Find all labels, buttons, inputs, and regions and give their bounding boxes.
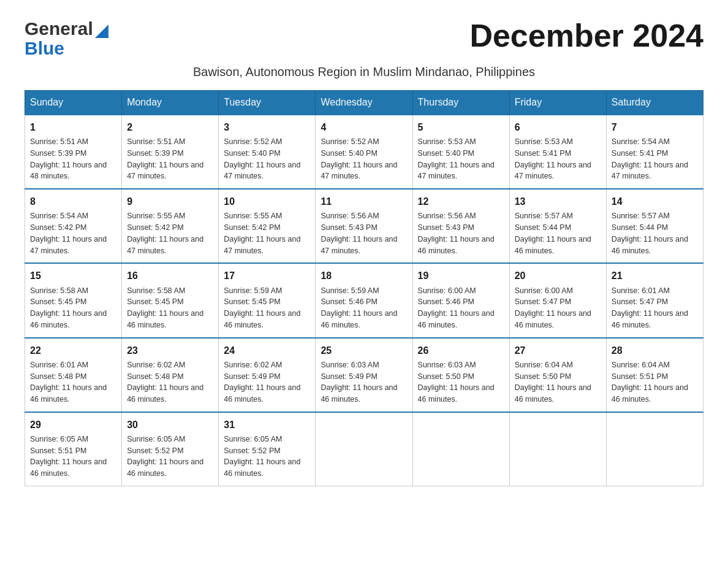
day-info: Sunrise: 6:01 AMSunset: 5:47 PMDaylight:… [612,285,698,331]
calendar-day-cell [606,412,703,486]
day-info: Sunrise: 5:51 AMSunset: 5:39 PMDaylight:… [30,136,116,182]
day-number: 28 [612,343,698,358]
day-number: 25 [320,343,407,358]
day-info: Sunrise: 6:00 AMSunset: 5:46 PMDaylight:… [418,285,504,331]
calendar-week-row: 8Sunrise: 5:54 AMSunset: 5:42 PMDaylight… [25,189,703,263]
day-number: 12 [418,194,504,209]
day-info: Sunrise: 6:03 AMSunset: 5:49 PMDaylight:… [320,359,407,405]
logo: General Blue [25,18,108,59]
day-number: 26 [418,343,504,358]
calendar-day-cell: 23Sunrise: 6:02 AMSunset: 5:48 PMDayligh… [122,338,219,412]
calendar-day-cell: 10Sunrise: 5:55 AMSunset: 5:42 PMDayligh… [219,189,316,263]
day-number: 18 [320,269,407,283]
svg-marker-0 [95,25,108,38]
logo-blue-text: Blue [25,38,64,59]
calendar-header-wednesday: Wednesday [316,91,412,115]
calendar-day-cell [509,412,606,486]
calendar-day-cell: 4Sunrise: 5:52 AMSunset: 5:40 PMDaylight… [316,115,412,189]
calendar-day-cell: 3Sunrise: 5:52 AMSunset: 5:40 PMDaylight… [219,115,316,189]
day-number: 4 [320,120,407,134]
calendar-day-cell: 22Sunrise: 6:01 AMSunset: 5:48 PMDayligh… [25,338,122,412]
day-number: 27 [515,343,601,358]
calendar-day-cell: 7Sunrise: 5:54 AMSunset: 5:41 PMDaylight… [606,115,703,189]
day-number: 21 [612,269,698,283]
day-number: 30 [127,418,213,432]
day-number: 2 [127,120,213,134]
day-info: Sunrise: 5:57 AMSunset: 5:44 PMDaylight:… [612,210,698,256]
calendar-header-thursday: Thursday [412,91,509,115]
day-number: 23 [127,343,213,358]
day-number: 11 [320,194,407,209]
day-info: Sunrise: 5:54 AMSunset: 5:41 PMDaylight:… [612,136,698,182]
page-title: December 2024 [469,18,703,53]
calendar-week-row: 22Sunrise: 6:01 AMSunset: 5:48 PMDayligh… [25,338,703,412]
calendar-table: SundayMondayTuesdayWednesdayThursdayFrid… [25,90,703,486]
calendar-day-cell: 18Sunrise: 5:59 AMSunset: 5:46 PMDayligh… [316,263,412,337]
calendar-header-sunday: Sunday [25,91,122,115]
calendar-day-cell: 11Sunrise: 5:56 AMSunset: 5:43 PMDayligh… [316,189,412,263]
calendar-day-cell: 29Sunrise: 6:05 AMSunset: 5:51 PMDayligh… [25,412,122,486]
calendar-day-cell: 25Sunrise: 6:03 AMSunset: 5:49 PMDayligh… [316,338,412,412]
calendar-day-cell: 9Sunrise: 5:55 AMSunset: 5:42 PMDaylight… [122,189,219,263]
day-info: Sunrise: 5:52 AMSunset: 5:40 PMDaylight:… [320,136,407,182]
day-info: Sunrise: 5:51 AMSunset: 5:39 PMDaylight:… [127,136,213,182]
calendar-day-cell: 26Sunrise: 6:03 AMSunset: 5:50 PMDayligh… [412,338,509,412]
calendar-day-cell: 20Sunrise: 6:00 AMSunset: 5:47 PMDayligh… [509,263,606,337]
calendar-week-row: 29Sunrise: 6:05 AMSunset: 5:51 PMDayligh… [25,412,703,486]
calendar-day-cell: 14Sunrise: 5:57 AMSunset: 5:44 PMDayligh… [606,189,703,263]
day-number: 8 [30,194,116,209]
day-number: 31 [224,418,310,432]
day-info: Sunrise: 6:05 AMSunset: 5:52 PMDaylight:… [224,434,310,480]
day-info: Sunrise: 5:57 AMSunset: 5:44 PMDaylight:… [515,210,601,256]
day-number: 20 [515,269,601,283]
day-number: 9 [127,194,213,209]
calendar-day-cell: 13Sunrise: 5:57 AMSunset: 5:44 PMDayligh… [509,189,606,263]
calendar-week-row: 15Sunrise: 5:58 AMSunset: 5:45 PMDayligh… [25,263,703,337]
calendar-day-cell: 28Sunrise: 6:04 AMSunset: 5:51 PMDayligh… [606,338,703,412]
calendar-day-cell: 5Sunrise: 5:53 AMSunset: 5:40 PMDaylight… [412,115,509,189]
day-info: Sunrise: 6:00 AMSunset: 5:47 PMDaylight:… [515,285,601,331]
day-info: Sunrise: 5:59 AMSunset: 5:45 PMDaylight:… [224,285,310,331]
calendar-day-cell: 27Sunrise: 6:04 AMSunset: 5:50 PMDayligh… [509,338,606,412]
logo-general-text: General [25,18,93,39]
day-info: Sunrise: 5:54 AMSunset: 5:42 PMDaylight:… [30,210,116,256]
day-info: Sunrise: 5:52 AMSunset: 5:40 PMDaylight:… [224,136,310,182]
page-subtitle: Bawison, Autonomous Region in Muslim Min… [25,65,703,79]
day-number: 5 [418,120,504,134]
day-number: 1 [30,120,116,134]
calendar-day-cell: 6Sunrise: 5:53 AMSunset: 5:41 PMDaylight… [509,115,606,189]
day-number: 15 [30,269,116,283]
calendar-day-cell: 17Sunrise: 5:59 AMSunset: 5:45 PMDayligh… [219,263,316,337]
calendar-header-friday: Friday [509,91,606,115]
day-info: Sunrise: 6:05 AMSunset: 5:52 PMDaylight:… [127,434,213,480]
page-header: General Blue December 2024 [25,18,703,59]
day-info: Sunrise: 6:02 AMSunset: 5:48 PMDaylight:… [127,359,213,405]
calendar-day-cell: 24Sunrise: 6:02 AMSunset: 5:49 PMDayligh… [219,338,316,412]
day-info: Sunrise: 6:04 AMSunset: 5:50 PMDaylight:… [515,359,601,405]
day-number: 6 [515,120,601,134]
day-number: 24 [224,343,310,358]
day-number: 16 [127,269,213,283]
day-info: Sunrise: 5:53 AMSunset: 5:40 PMDaylight:… [418,136,504,182]
day-number: 3 [224,120,310,134]
day-info: Sunrise: 5:55 AMSunset: 5:42 PMDaylight:… [127,210,213,256]
day-info: Sunrise: 6:02 AMSunset: 5:49 PMDaylight:… [224,359,310,405]
logo-triangle-icon [95,25,108,38]
calendar-day-cell: 31Sunrise: 6:05 AMSunset: 5:52 PMDayligh… [219,412,316,486]
calendar-day-cell: 1Sunrise: 5:51 AMSunset: 5:39 PMDaylight… [25,115,122,189]
calendar-day-cell: 19Sunrise: 6:00 AMSunset: 5:46 PMDayligh… [412,263,509,337]
day-number: 7 [612,120,698,134]
day-info: Sunrise: 5:53 AMSunset: 5:41 PMDaylight:… [515,136,601,182]
day-number: 14 [612,194,698,209]
day-info: Sunrise: 5:58 AMSunset: 5:45 PMDaylight:… [30,285,116,331]
day-info: Sunrise: 5:56 AMSunset: 5:43 PMDaylight:… [320,210,407,256]
day-number: 29 [30,418,116,432]
calendar-week-row: 1Sunrise: 5:51 AMSunset: 5:39 PMDaylight… [25,115,703,189]
day-info: Sunrise: 6:03 AMSunset: 5:50 PMDaylight:… [418,359,504,405]
calendar-day-cell: 21Sunrise: 6:01 AMSunset: 5:47 PMDayligh… [606,263,703,337]
day-info: Sunrise: 6:01 AMSunset: 5:48 PMDaylight:… [30,359,116,405]
calendar-header-tuesday: Tuesday [219,91,316,115]
day-info: Sunrise: 6:04 AMSunset: 5:51 PMDaylight:… [612,359,698,405]
calendar-day-cell [412,412,509,486]
day-info: Sunrise: 5:58 AMSunset: 5:45 PMDaylight:… [127,285,213,331]
